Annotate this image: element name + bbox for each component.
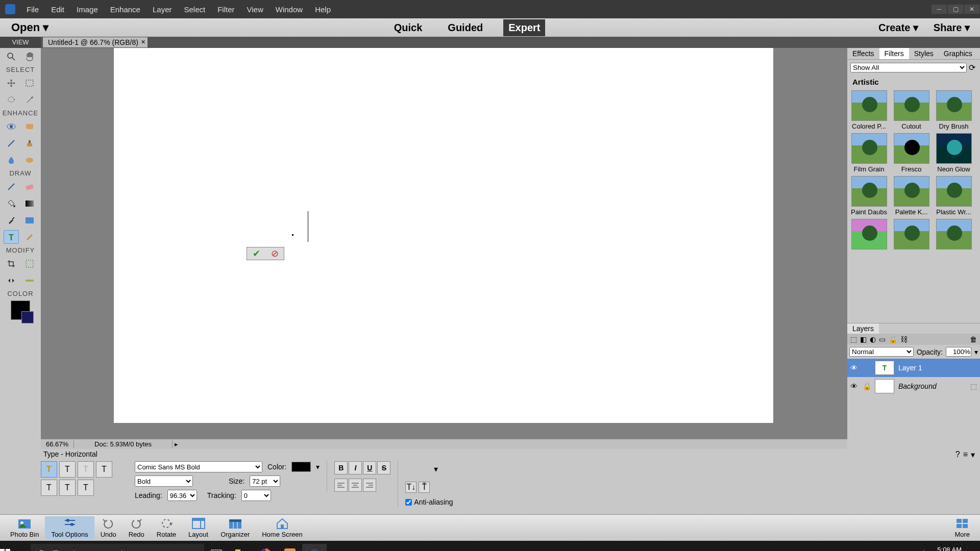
filter-category-select[interactable]: Show All bbox=[850, 63, 967, 72]
menu-view[interactable]: View bbox=[241, 1, 270, 18]
minimize-button[interactable]: ─ bbox=[932, 5, 947, 14]
eraser-tool-icon[interactable] bbox=[22, 180, 37, 193]
warp-chevron-icon[interactable]: ▾ bbox=[434, 464, 438, 474]
task-view-icon[interactable] bbox=[204, 544, 229, 551]
file-explorer-icon[interactable] bbox=[229, 544, 253, 551]
bucket-tool-icon[interactable] bbox=[4, 196, 19, 210]
type-selection-icon[interactable]: T bbox=[59, 480, 76, 496]
type-mask-h-icon[interactable]: T bbox=[78, 461, 94, 478]
filter-paint-daubs[interactable]: Paint Daubs bbox=[849, 176, 889, 216]
font-size-select[interactable]: 72 pt bbox=[250, 475, 280, 487]
maximize-button[interactable]: ▢ bbox=[948, 5, 963, 14]
delete-layer-icon[interactable]: 🗑 bbox=[970, 335, 977, 343]
eyedropper-tool-icon[interactable] bbox=[4, 213, 19, 227]
tab-graphics[interactable]: Graphics bbox=[939, 48, 977, 59]
layer-row-1[interactable]: 👁 T Layer 1 bbox=[847, 359, 980, 377]
zoom-tool-icon[interactable] bbox=[4, 49, 19, 63]
text-color-swatch[interactable] bbox=[291, 462, 311, 472]
help-icon[interactable]: ? bbox=[955, 450, 960, 460]
menu-help[interactable]: Help bbox=[309, 1, 337, 18]
filter-cutout[interactable]: Cutout bbox=[892, 90, 931, 130]
underline-button[interactable]: U bbox=[363, 461, 376, 474]
tab-guided[interactable]: Guided bbox=[443, 19, 488, 36]
filter-film-grain[interactable]: Film Grain bbox=[849, 133, 889, 173]
new-group-icon[interactable]: ◧ bbox=[860, 335, 867, 343]
font-weight-select[interactable]: Bold bbox=[135, 475, 193, 487]
menu-window[interactable]: Window bbox=[270, 1, 309, 18]
clock[interactable]: 5:08 AM 7/28/2021 bbox=[932, 546, 962, 551]
undo-button[interactable]: Undo bbox=[94, 516, 122, 539]
warp-text-icon[interactable]: Ť bbox=[419, 482, 430, 493]
layers-tab[interactable]: Layers bbox=[847, 323, 879, 334]
media-player-icon[interactable] bbox=[278, 544, 302, 551]
pencil-tool-icon[interactable] bbox=[22, 230, 37, 244]
italic-button[interactable]: I bbox=[349, 461, 362, 474]
filter-palette-knife[interactable]: Palette K... bbox=[892, 176, 931, 216]
horizontal-type-icon[interactable]: T bbox=[41, 461, 57, 478]
firefox-icon[interactable] bbox=[253, 544, 278, 551]
filter-fresco[interactable]: Fresco bbox=[892, 133, 931, 173]
menu-layer[interactable]: Layer bbox=[146, 1, 178, 18]
type-mask-v-icon[interactable]: T bbox=[96, 461, 112, 478]
tab-effects[interactable]: Effects bbox=[847, 48, 879, 59]
foreground-color-swatch[interactable] bbox=[11, 300, 30, 320]
layer-name[interactable]: Layer 1 bbox=[898, 364, 922, 372]
recompose-tool-icon[interactable] bbox=[22, 257, 37, 270]
filter-plastic-wrap[interactable]: Plastic Wr... bbox=[934, 176, 973, 216]
mask-icon[interactable]: ▭ bbox=[879, 335, 886, 343]
more-button[interactable]: More bbox=[948, 516, 976, 539]
link-layer-icon[interactable]: ⛓ bbox=[900, 335, 908, 343]
tab-styles[interactable]: Styles bbox=[909, 48, 939, 59]
bold-button[interactable]: B bbox=[334, 461, 348, 474]
layer-link-icon[interactable]: ⬚ bbox=[970, 382, 977, 390]
hand-tool-icon[interactable] bbox=[22, 49, 37, 63]
close-button[interactable]: ✕ bbox=[964, 5, 979, 14]
align-left-button[interactable] bbox=[334, 479, 348, 492]
background-color-swatch[interactable] bbox=[21, 311, 34, 323]
layer-name[interactable]: Background bbox=[898, 382, 937, 390]
file-tab[interactable]: Untitled-1 @ 66.7% (RGB/8) ✕ bbox=[43, 37, 148, 47]
document-canvas[interactable]: ✔ ⊘ bbox=[114, 48, 773, 423]
status-chevron-icon[interactable]: ▸ bbox=[173, 440, 180, 448]
opacity-chevron-icon[interactable]: ▾ bbox=[974, 348, 978, 356]
home-screen-button[interactable]: Home Screen bbox=[256, 516, 308, 539]
refresh-icon[interactable]: ⟳ bbox=[967, 63, 977, 72]
blend-mode-select[interactable]: Normal bbox=[849, 347, 914, 357]
vertical-type-icon[interactable]: T bbox=[59, 461, 76, 478]
layer-row-bg[interactable]: 👁 🔒 Background ⬚ bbox=[847, 377, 980, 395]
menu-enhance[interactable]: Enhance bbox=[104, 1, 146, 18]
blur-tool-icon[interactable] bbox=[4, 153, 19, 167]
visibility-icon[interactable]: 👁 bbox=[850, 364, 859, 372]
menu-file[interactable]: File bbox=[20, 1, 45, 18]
clone-tool-icon[interactable] bbox=[22, 136, 37, 150]
tab-quick[interactable]: Quick bbox=[389, 19, 428, 36]
opacity-input[interactable] bbox=[946, 347, 971, 357]
open-button[interactable]: Open▾ bbox=[0, 21, 56, 34]
brush-tool-icon[interactable] bbox=[4, 180, 19, 193]
tab-filters[interactable]: Filters bbox=[879, 48, 909, 59]
align-center-button[interactable] bbox=[349, 479, 362, 492]
filter-neon-glow[interactable]: Neon Glow bbox=[934, 133, 973, 173]
sponge-tool-icon[interactable] bbox=[22, 153, 37, 167]
lock-layer-icon[interactable]: 🔒 bbox=[889, 335, 897, 343]
adjustment-layer-icon[interactable]: ◐ bbox=[870, 335, 876, 343]
warp-preview-icon[interactable] bbox=[405, 461, 431, 477]
layer-thumb[interactable] bbox=[875, 379, 894, 393]
filter-row4c[interactable] bbox=[934, 219, 973, 251]
share-button[interactable]: Share ▾ bbox=[934, 21, 970, 34]
lock-icon[interactable]: 🔒 bbox=[863, 382, 871, 390]
color-chevron-icon[interactable]: ▾ bbox=[316, 463, 320, 471]
tab-expert[interactable]: Expert bbox=[503, 19, 545, 36]
canvas-area[interactable]: ✔ ⊘ 66.67% Doc: 5.93M/0 bytes ▸ bbox=[41, 48, 847, 449]
menu-select[interactable]: Select bbox=[178, 1, 211, 18]
strike-button[interactable]: S bbox=[377, 461, 390, 474]
new-layer-icon[interactable]: ⬚ bbox=[850, 335, 857, 343]
organizer-button[interactable]: Organizer bbox=[214, 516, 256, 539]
font-family-select[interactable]: Comic Sans MS Bold bbox=[135, 461, 262, 472]
menu-image[interactable]: Image bbox=[70, 1, 104, 18]
photo-bin-button[interactable]: Photo Bin bbox=[4, 516, 45, 539]
filter-dry-brush[interactable]: Dry Brush bbox=[934, 90, 973, 130]
anti-aliasing-checkbox[interactable]: Anti-aliasing bbox=[405, 498, 453, 506]
redeye-tool-icon[interactable] bbox=[4, 119, 19, 133]
marquee-tool-icon[interactable] bbox=[22, 76, 37, 90]
